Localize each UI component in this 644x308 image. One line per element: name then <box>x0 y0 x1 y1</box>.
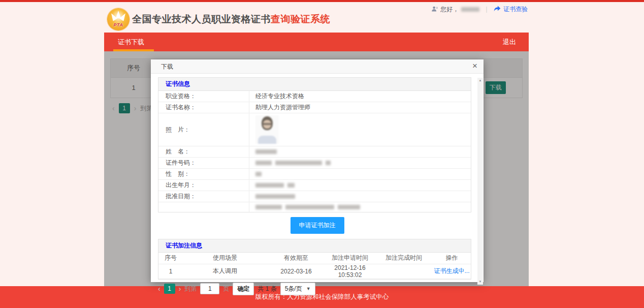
field-label: 证书名称： <box>158 102 249 113</box>
field-label: 证件号码： <box>158 158 249 168</box>
annotation-table-header-row: 序号 使用场景 有效期至 加注申请时间 加注完成时间 操作 <box>158 253 471 264</box>
confirm-button[interactable]: 确定 <box>233 283 254 295</box>
goto-label: 到第 <box>184 285 197 293</box>
certificate-info-section: 证书信息 职业资格： 经济专业技术资格 证书名称： 助理人力资源管理师 照 片： <box>158 77 471 212</box>
field-cert-name: 证书名称： 助理人力资源管理师 <box>158 102 471 113</box>
redacted-value <box>255 172 262 176</box>
tab-certificate-download[interactable]: 证书下载 <box>104 33 158 51</box>
next-page-icon[interactable]: › <box>179 285 181 293</box>
redacted-value <box>275 161 322 165</box>
redacted-value <box>287 183 295 188</box>
greeting-divider: ｜ <box>484 5 490 14</box>
goto-page-input[interactable] <box>200 283 219 294</box>
field-gender: 性 别： <box>158 169 471 180</box>
field-label: 姓 名： <box>158 146 249 157</box>
site-title: 全国专业技术人员职业资格证书查询验证系统 <box>132 13 330 26</box>
page-1-button[interactable]: 1 <box>164 284 175 294</box>
redacted-value <box>255 183 284 188</box>
share-arrow-icon <box>494 6 501 13</box>
annotation-info-section: 证书加注信息 序号 使用场景 有效期至 加注申请时间 加注完成时间 操作 <box>158 239 471 280</box>
col-action: 操作 <box>433 253 471 264</box>
field-qualification: 职业资格： 经济专业技术资格 <box>158 91 471 102</box>
redacted-value <box>326 161 331 165</box>
top-accent-line <box>0 0 644 2</box>
cell-index: 1 <box>158 264 183 279</box>
field-extra-note <box>158 202 471 212</box>
field-label: 职业资格： <box>158 91 249 102</box>
field-label: 批准日期： <box>158 191 249 202</box>
logout-button[interactable]: 退出 <box>490 33 529 51</box>
certificate-photo <box>255 115 279 144</box>
redacted-value <box>255 194 295 199</box>
logo-text: PTA <box>114 22 123 27</box>
certificate-generating-link[interactable]: 证书生成中... <box>434 267 469 274</box>
user-greeting-bar: 您好， ｜ 证书查验 <box>431 5 528 14</box>
annotation-table: 序号 使用场景 有效期至 加注申请时间 加注完成时间 操作 1 本人调用 202 <box>158 253 471 279</box>
modal-title: 下载 <box>161 63 173 70</box>
greeting-text: 您好， <box>440 5 459 14</box>
pta-logo: PTA <box>107 8 130 30</box>
page-unit-label: 页 <box>223 285 229 293</box>
field-birth-date: 出生年月： <box>158 180 471 191</box>
total-count-label: 共 1 条 <box>257 285 276 293</box>
close-icon[interactable]: × <box>472 59 477 73</box>
site-title-accent: 查询验证系统 <box>271 14 330 24</box>
cell-complete-time <box>375 264 433 279</box>
field-label: 性 别： <box>158 169 249 179</box>
field-value: 经济专业技术资格 <box>249 91 471 102</box>
page: PTA 全国专业技术人员职业资格证书查询验证系统 您好， ｜ 证书查验 证书下载… <box>0 0 644 308</box>
certificate-verify-link[interactable]: 证书查验 <box>503 5 528 14</box>
modal-body: ▲ ▼ 证书信息 职业资格： 经济专业技术资格 证书名称： 助理人力资源管理师 … <box>151 77 484 285</box>
redacted-value <box>255 149 277 154</box>
apply-annotation-button[interactable]: 申请证书加注 <box>291 217 344 234</box>
field-approval-date: 批准日期： <box>158 191 471 202</box>
field-label <box>158 206 249 208</box>
col-complete-time: 加注完成时间 <box>375 253 433 264</box>
user-icon <box>431 6 438 14</box>
field-label: 出生年月： <box>158 180 249 191</box>
field-photo: 照 片： <box>158 113 471 146</box>
field-label: 照 片： <box>158 125 249 135</box>
download-modal: 下载 × ▲ ▼ 证书信息 职业资格： 经济专业技术资格 证书名称： 助理人力资… <box>151 59 484 282</box>
site-title-main: 全国专业技术人员职业资格证书 <box>132 14 271 24</box>
redacted-username <box>461 7 479 12</box>
col-usage-scene: 使用场景 <box>183 253 267 264</box>
redacted-value <box>338 205 360 209</box>
prev-page-icon[interactable]: ‹ <box>158 285 160 293</box>
modal-scrollbar[interactable]: ▲ ▼ <box>477 78 483 285</box>
chevron-down-icon: ▼ <box>306 286 311 291</box>
cell-usage-scene: 本人调用 <box>183 264 267 279</box>
brand: PTA 全国专业技术人员职业资格证书查询验证系统 <box>107 8 330 30</box>
page-size-select[interactable]: 5条/页 ▼ <box>280 283 315 295</box>
main-nav: 证书下载 退出 <box>104 33 529 51</box>
col-apply-time: 加注申请时间 <box>325 253 375 264</box>
certificate-info-title: 证书信息 <box>158 78 471 91</box>
annotation-info-title: 证书加注信息 <box>158 239 471 253</box>
redacted-value <box>255 161 272 165</box>
redacted-value <box>285 205 334 209</box>
modal-pagination: ‹ 1 › 到第 页 确定 共 1 条 5条/页 ▼ <box>158 283 484 295</box>
field-value: 助理人力资源管理师 <box>249 102 471 113</box>
col-index: 序号 <box>158 253 183 264</box>
scroll-down-icon[interactable]: ▼ <box>477 279 483 285</box>
cell-valid-until: 2022-03-16 <box>267 264 325 279</box>
redacted-value <box>255 205 282 209</box>
cell-apply-time: 2021-12-16 10:53:02 <box>325 264 375 279</box>
col-valid-until: 有效期至 <box>267 253 325 264</box>
modal-header: 下载 × <box>151 59 484 74</box>
field-name: 姓 名： <box>158 146 471 158</box>
page-size-value: 5条/页 <box>285 285 302 293</box>
site-header: PTA 全国专业技术人员职业资格证书查询验证系统 您好， ｜ 证书查验 <box>104 4 529 32</box>
scroll-up-icon[interactable]: ▲ <box>477 78 483 83</box>
field-id-number: 证件号码： <box>158 158 471 169</box>
annotation-table-row: 1 本人调用 2022-03-16 2021-12-16 10:53:02 证书… <box>158 264 471 279</box>
